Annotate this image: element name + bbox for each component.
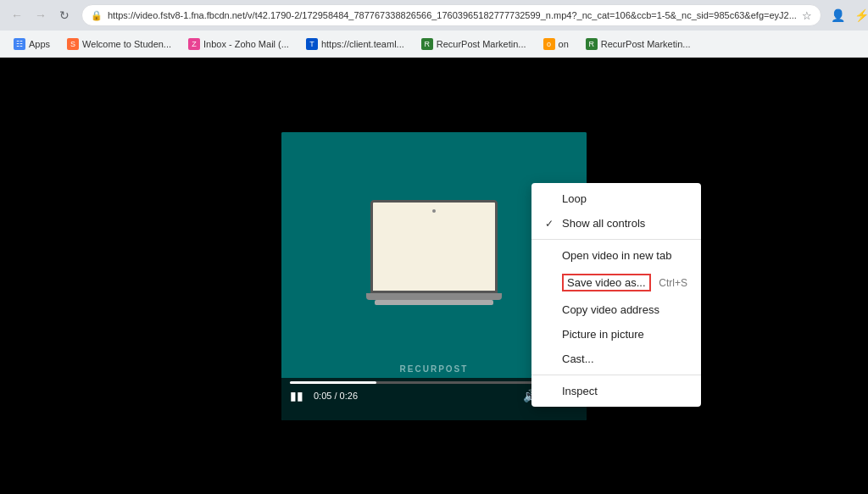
bookmarks-bar: ☷ Apps S Welcome to Studen... Z Inbox - … — [0, 31, 868, 58]
cast-check — [545, 353, 559, 365]
recurpost2-favicon: R — [586, 38, 598, 50]
menu-item-cast[interactable]: Cast... — [531, 347, 701, 371]
pause-button[interactable]: ▮▮ — [290, 389, 303, 402]
bookmark-recurpost1-label: RecurPost Marketin... — [437, 39, 526, 49]
bookmark-on[interactable]: o on — [537, 35, 576, 53]
cast-label: Cast... — [562, 352, 594, 365]
bookmark-apps[interactable]: ☷ Apps — [7, 35, 57, 53]
menu-divider-2 — [531, 375, 701, 375]
bookmark-teaml[interactable]: T https://client.teaml... — [299, 35, 411, 53]
time-display: 0:05 / 0:26 — [314, 391, 358, 401]
menu-item-open-tab[interactable]: Open video in new tab — [531, 243, 701, 268]
show-controls-check: ✓ — [545, 218, 559, 230]
teaml-favicon: T — [306, 38, 318, 50]
laptop-screen — [370, 200, 498, 293]
progress-fill — [290, 381, 376, 384]
browser-chrome: ← → ↻ 🔒 https://video.fstv8-1.fna.fbcdn.… — [0, 0, 868, 58]
bookmark-zoho[interactable]: Z Inbox - Zoho Mail (... — [181, 35, 296, 53]
open-tab-check — [545, 250, 559, 262]
bookmark-studen[interactable]: S Welcome to Studen... — [60, 35, 178, 53]
bookmark-recurpost2-label: RecurPost Marketin... — [601, 39, 691, 49]
right-icons: 👤 ⚡ ⋮ — [828, 5, 868, 25]
apps-favicon: ☷ — [14, 38, 25, 50]
bookmark-zoho-label: Inbox - Zoho Mail (... — [203, 39, 289, 49]
pip-label: Picture in picture — [562, 328, 644, 341]
page-content: RECURPOST ▮▮ 0:05 / 0:26 🔊 ⛶ ⋮ — [0, 58, 868, 494]
context-menu: Loop ✓ Show all controls Open video in n… — [531, 183, 701, 407]
reload-button[interactable]: ↻ — [54, 5, 75, 25]
back-button[interactable]: ← — [7, 5, 27, 25]
zoho-favicon: Z — [188, 38, 200, 50]
menu-item-loop[interactable]: Loop — [531, 186, 701, 211]
url-text: https://video.fstv8-1.fna.fbcdn.net/v/t4… — [108, 10, 797, 20]
bookmark-apps-label: Apps — [29, 39, 50, 49]
pip-check — [545, 329, 559, 341]
nav-buttons: ← → ↻ — [7, 5, 75, 25]
recurpost1-favicon: R — [421, 38, 433, 50]
laptop-keyboard — [375, 300, 493, 305]
bookmark-studen-label: Welcome to Studen... — [82, 39, 171, 49]
show-controls-label: Show all controls — [562, 217, 645, 230]
loop-label: Loop — [562, 192, 587, 205]
save-video-shortcut: Ctrl+S — [659, 277, 687, 289]
browser-topbar: ← → ↻ 🔒 https://video.fstv8-1.fna.fbcdn.… — [0, 0, 868, 31]
menu-item-copy-address[interactable]: Copy video address — [531, 297, 701, 322]
menu-item-inspect[interactable]: Inspect — [531, 379, 701, 403]
profile-icon[interactable]: 👤 — [828, 5, 849, 25]
on-favicon: o — [543, 38, 555, 50]
bookmark-recurpost1[interactable]: R RecurPost Marketin... — [415, 35, 533, 53]
bookmark-recurpost2[interactable]: R RecurPost Marketin... — [579, 35, 698, 53]
copy-address-check — [545, 304, 559, 316]
open-tab-label: Open video in new tab — [562, 249, 671, 262]
inspect-label: Inspect — [562, 385, 598, 397]
lock-icon: 🔒 — [91, 10, 103, 21]
save-video-label: Save video as... — [562, 274, 651, 291]
laptop-base — [366, 293, 502, 300]
bookmark-on-label: on — [559, 39, 569, 49]
loop-check — [545, 193, 559, 205]
forward-button[interactable]: → — [31, 5, 51, 25]
extensions-icon[interactable]: ⚡ — [852, 5, 868, 25]
studen-favicon: S — [67, 38, 79, 50]
video-watermark: RECURPOST — [400, 364, 469, 374]
bookmark-star-icon[interactable]: ☆ — [802, 9, 812, 22]
bookmark-teaml-label: https://client.teaml... — [321, 39, 404, 49]
copy-address-label: Copy video address — [562, 303, 659, 316]
menu-item-save-video[interactable]: Save video as... Ctrl+S — [531, 268, 701, 297]
inspect-check — [545, 386, 559, 397]
laptop-mockup — [358, 200, 510, 319]
menu-item-show-controls[interactable]: ✓ Show all controls — [531, 211, 701, 236]
save-video-check — [545, 277, 559, 289]
address-bar[interactable]: 🔒 https://video.fstv8-1.fna.fbcdn.net/v/… — [81, 4, 821, 26]
menu-divider-1 — [531, 239, 701, 240]
menu-item-pip[interactable]: Picture in picture — [531, 322, 701, 347]
